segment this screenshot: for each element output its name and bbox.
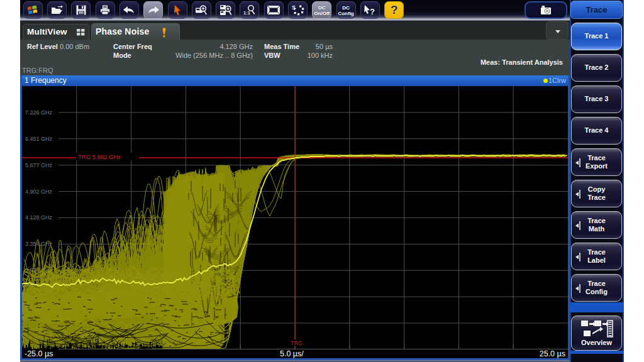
svg-text:TRG 5.882 GHz: TRG 5.882 GHz [78,153,121,160]
svg-text:5.677 GHz: 5.677 GHz [25,162,53,168]
svg-text:6.451 GHz: 6.451 GHz [25,136,53,142]
svg-text:4.128 GHz: 4.128 GHz [25,214,53,221]
svg-text:4.902 GHz: 4.902 GHz [25,189,53,195]
svg-text:?: ? [370,7,375,16]
svg-text:7.226 GHz: 7.226 GHz [25,109,53,116]
svg-text:TRG: TRG [291,340,303,346]
